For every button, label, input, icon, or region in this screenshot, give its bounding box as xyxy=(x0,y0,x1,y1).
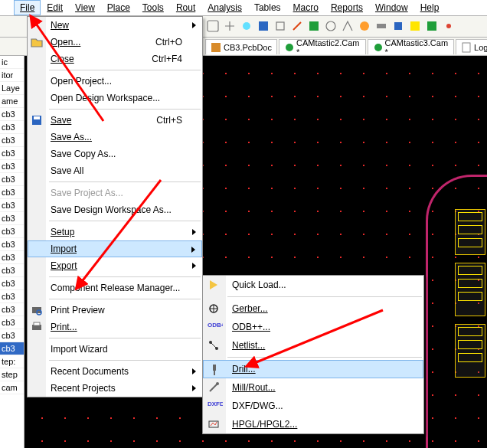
menu-macro[interactable]: Macro xyxy=(287,0,325,15)
menu-item-setup[interactable]: Setup xyxy=(28,224,202,240)
menu-reports[interactable]: Reports xyxy=(325,0,369,15)
layer-header: Laye xyxy=(0,82,24,95)
submenu-item-mill-rout[interactable]: Mill/Rout... xyxy=(203,378,423,397)
menu-item-import-wizard[interactable]: Import Wizard xyxy=(28,341,202,358)
menu-item-open-project[interactable]: Open Project... xyxy=(28,73,202,90)
toolbar-btn-9[interactable] xyxy=(340,18,355,34)
panel-text: itor xyxy=(0,69,24,82)
menu-item-print[interactable]: Print... xyxy=(28,319,202,335)
toolbar-btn-15[interactable] xyxy=(441,18,456,34)
submenu-item-quick-load[interactable]: Quick Load... xyxy=(203,276,423,294)
layer-row[interactable]: cb3 xyxy=(0,290,24,303)
toolbar-btn-1[interactable] xyxy=(205,18,221,34)
toolbar-btn-2[interactable] xyxy=(222,18,237,34)
layer-row[interactable]: cb3 xyxy=(0,251,24,264)
menu-edit[interactable]: Edit xyxy=(41,0,69,15)
layer-row[interactable]: cb3 xyxy=(0,238,24,251)
toolbar-btn-11[interactable] xyxy=(374,18,389,34)
submenu-item-dxf-dwg[interactable]: DXFDWG DXF/DWG... xyxy=(203,397,423,415)
svg-text:DXFDWG: DXFDWG xyxy=(208,401,223,407)
menu-item-open-design-workspace[interactable]: Open Design Workspace... xyxy=(28,90,202,106)
menu-item-import[interactable]: Import xyxy=(28,240,202,257)
layer-row[interactable]: cb3 xyxy=(0,264,24,277)
shortcut-text: Ctrl+F4 xyxy=(152,51,182,67)
menu-file[interactable]: File xyxy=(14,0,41,15)
tab-pcb-doc[interactable]: CB3.PcbDoc xyxy=(205,39,277,54)
toolbar-btn-3[interactable] xyxy=(239,18,254,34)
toolbar-btn-7[interactable] xyxy=(306,18,322,34)
layer-row[interactable]: cam xyxy=(0,381,24,394)
menu-place[interactable]: Place xyxy=(101,0,136,15)
layer-row[interactable]: cb3 xyxy=(0,173,24,186)
dxf-icon: DXFDWG xyxy=(208,400,221,412)
svg-point-6 xyxy=(360,21,369,31)
menubar: File Edit View Place Tools Rout Analysis… xyxy=(0,0,487,16)
layer-row[interactable]: cb3 xyxy=(0,212,24,225)
toolbar-btn-6[interactable] xyxy=(289,18,305,34)
menu-item-open[interactable]: Open... Ctrl+O xyxy=(28,34,202,51)
tab-label: CB3.PcbDoc xyxy=(224,43,272,52)
menu-item-recent-projects[interactable]: Recent Projects xyxy=(28,380,202,397)
menu-item-save-design-workspace-as[interactable]: Save Design Workspace As... xyxy=(28,201,202,218)
layer-row[interactable]: cb3 xyxy=(0,316,24,329)
menu-tools[interactable]: Tools xyxy=(136,0,170,15)
toolbar-btn-8[interactable] xyxy=(323,18,338,34)
layer-row[interactable]: cb3 xyxy=(0,303,24,316)
svg-rect-16 xyxy=(34,116,40,119)
layer-row[interactable]: cb3 xyxy=(0,134,24,147)
tab-camtastic-3[interactable]: CAMtastic3.Cam * xyxy=(368,39,455,54)
layer-row[interactable]: cb3 xyxy=(0,160,24,173)
menu-item-save-copy-as[interactable]: Save Copy As... xyxy=(28,146,202,162)
menu-item-close[interactable]: Close Ctrl+F4 xyxy=(28,51,202,67)
layer-row[interactable]: cb3 xyxy=(0,329,24,342)
menu-analysis[interactable]: Analysis xyxy=(201,0,248,15)
toolbar-btn-13[interactable] xyxy=(407,18,423,34)
tab-camtastic-2[interactable]: CAMtastic2.Cam * xyxy=(279,39,366,54)
tab-label: Log_201 xyxy=(474,43,487,52)
quick-load-icon xyxy=(208,279,221,291)
toolbar-btn-5[interactable] xyxy=(273,18,288,34)
svg-rect-0 xyxy=(208,21,218,31)
menu-item-export[interactable]: Export xyxy=(28,257,202,274)
svg-rect-11 xyxy=(211,43,221,52)
toolbar-btn-12[interactable] xyxy=(391,18,406,34)
submenu-item-drill[interactable]: Drill... xyxy=(203,360,423,378)
menu-item-save[interactable]: Save Ctrl+S xyxy=(28,112,202,129)
svg-point-12 xyxy=(286,44,293,51)
layer-row[interactable]: step xyxy=(0,368,24,381)
layer-row[interactable]: cb3 xyxy=(0,186,24,199)
layer-row[interactable]: cb3 xyxy=(0,199,24,212)
menu-item-save-all[interactable]: Save All xyxy=(28,162,202,179)
menu-rout[interactable]: Rout xyxy=(170,0,201,15)
menu-item-new[interactable]: New xyxy=(28,17,202,34)
layer-row[interactable]: cb3 xyxy=(0,225,24,238)
panel-text: ic xyxy=(0,56,24,69)
layer-row[interactable]: cb3 xyxy=(0,147,24,160)
submenu-item-gerber[interactable]: Gerber... xyxy=(203,299,423,318)
layer-row[interactable]: cb3 xyxy=(0,121,24,134)
menu-view[interactable]: View xyxy=(69,0,101,15)
layer-row-selected[interactable]: cb3 xyxy=(0,342,24,355)
tab-label: CAMtastic2.Cam * xyxy=(296,38,361,57)
svg-rect-20 xyxy=(34,322,40,325)
menu-item-print-preview[interactable]: Print Preview xyxy=(28,302,202,319)
import-submenu: Quick Load... Gerber... ODB++ ODB++... N… xyxy=(202,275,424,434)
submenu-item-odb[interactable]: ODB++ ODB++... xyxy=(203,318,423,336)
layer-row[interactable]: tep: xyxy=(0,355,24,368)
menu-item-component-release-manager[interactable]: Component Release Manager... xyxy=(28,280,202,296)
toolbar-btn-14[interactable] xyxy=(424,18,440,34)
menu-item-save-as[interactable]: Save As... xyxy=(28,129,202,146)
menu-tables[interactable]: Tables xyxy=(248,0,287,15)
toolbar-btn-4[interactable] xyxy=(256,18,271,34)
menu-window[interactable]: Window xyxy=(369,0,414,15)
tab-log[interactable]: Log_201 xyxy=(456,39,487,54)
layer-row[interactable]: cb3 xyxy=(0,277,24,290)
toolbar-btn-10[interactable] xyxy=(357,18,372,34)
submenu-item-hpgl[interactable]: HPGL/HPGL2... xyxy=(203,415,423,433)
layer-row[interactable]: cb3 xyxy=(0,108,24,121)
board-components xyxy=(455,209,487,448)
submenu-item-netlist[interactable]: Netlist... xyxy=(203,336,423,355)
mill-icon xyxy=(208,381,221,394)
menu-item-recent-documents[interactable]: Recent Documents xyxy=(28,363,202,380)
menu-help[interactable]: Help xyxy=(414,0,446,15)
